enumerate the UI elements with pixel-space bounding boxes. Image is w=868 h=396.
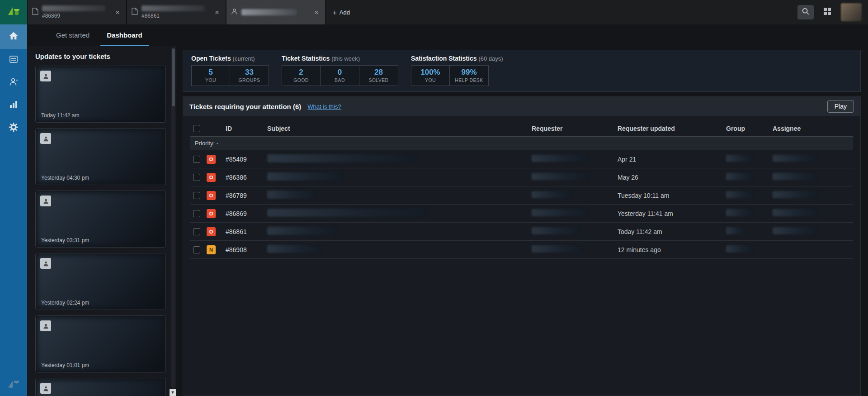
scroll-down-arrow[interactable]: ▼ (170, 389, 176, 396)
column-header-requester-updated[interactable]: Requester updated (618, 125, 726, 132)
tab-person[interactable]: × (226, 0, 326, 24)
requester-redacted (532, 227, 580, 234)
stats-group-title: Satisfaction Statistics (411, 55, 477, 62)
attention-panel: Tickets requiring your attention (6) Wha… (183, 96, 861, 396)
table-row[interactable]: O #86869 Yesterday 11:41 am (190, 205, 853, 223)
add-tab-button[interactable]: + Add (326, 0, 357, 24)
stats-group-qualifier: (60 days) (478, 55, 503, 62)
play-button[interactable]: Play (827, 100, 854, 113)
stats-group-qualifier: (current) (233, 55, 255, 62)
column-header-requester[interactable]: Requester (532, 125, 618, 132)
stats-group-ticket-statistics: Ticket Statistics (this week) 2 GOOD 0 (282, 55, 398, 86)
scrollbar-thumb[interactable] (172, 48, 175, 106)
close-icon[interactable]: × (213, 8, 221, 17)
views-icon (9, 55, 18, 66)
tab-title-redacted (142, 5, 205, 11)
column-header-group[interactable]: Group (726, 125, 773, 132)
update-card[interactable]: Yesterday 01:01 pm (35, 315, 166, 372)
row-checkbox[interactable] (193, 210, 200, 217)
close-icon[interactable]: × (312, 8, 321, 17)
row-checkbox[interactable] (193, 192, 200, 199)
assignee-redacted (773, 191, 818, 198)
tab-title-redacted (241, 9, 297, 15)
column-header-id[interactable]: ID (226, 125, 267, 132)
update-card[interactable]: Yesterday 02:24 pm (35, 253, 166, 310)
sidebar-item-customers[interactable] (0, 72, 27, 94)
redacted-content (38, 380, 164, 396)
dashboard-main: Open Tickets (current) 5 YOU 33 (176, 46, 868, 396)
row-checkbox[interactable] (193, 246, 200, 253)
app-logo[interactable] (0, 0, 27, 24)
stat-value: 100% (420, 68, 440, 77)
home-icon (9, 31, 19, 43)
requester-updated: Apr 21 (618, 156, 726, 163)
stat-box-bad[interactable]: 0 BAD (321, 65, 359, 86)
sidebar-item-admin[interactable] (0, 117, 27, 139)
apps-grid-button[interactable] (819, 5, 835, 19)
group-redacted (726, 155, 753, 162)
stat-value: 33 (245, 68, 254, 77)
sidebar-item-home[interactable] (0, 24, 27, 49)
row-checkbox[interactable] (193, 174, 200, 181)
update-card[interactable]: Yesterday 04:30 pm (35, 128, 166, 185)
status-badge: O (207, 173, 216, 182)
group-redacted (726, 191, 753, 198)
section-title: Tickets requiring your attention (6) (189, 103, 301, 110)
update-card[interactable] (35, 378, 166, 396)
ticket-id: #86869 (226, 210, 267, 217)
update-card[interactable]: Today 11:42 am (35, 66, 166, 123)
stat-box-solved[interactable]: 28 SOLVED (359, 65, 398, 86)
stats-group-open-tickets: Open Tickets (current) 5 YOU 33 (191, 55, 269, 86)
table-row[interactable]: O #86386 May 26 (190, 168, 853, 186)
attention-header: Tickets requiring your attention (6) Wha… (183, 97, 860, 116)
tab-dashboard[interactable]: Dashboard (100, 31, 148, 46)
search-button[interactable] (797, 5, 814, 19)
close-icon[interactable]: × (113, 8, 122, 17)
stat-value: 99% (461, 68, 476, 77)
select-all-checkbox[interactable] (193, 125, 200, 132)
open-tabs: #86869 × #86861 × (27, 0, 326, 24)
requester-updated: Yesterday 11:41 am (618, 210, 726, 217)
tab-ticket-86869[interactable]: #86869 × (27, 0, 127, 24)
group-redacted (726, 227, 745, 234)
stat-box-satisfaction-you[interactable]: 100% YOU (411, 65, 450, 86)
stat-box-open-groups[interactable]: 33 GROUPS (230, 65, 269, 86)
requester-updated: Tuesday 10:11 am (618, 192, 726, 199)
app-logo-icon (8, 6, 19, 19)
table-row[interactable]: O #85409 Apr 21 (190, 150, 853, 168)
subject-redacted (267, 227, 336, 235)
sidebar-item-views[interactable] (0, 49, 27, 72)
column-header-assignee[interactable]: Assignee (773, 125, 853, 132)
tab-ticket-86861[interactable]: #86861 × (127, 0, 226, 24)
stat-label: YOU (205, 77, 216, 83)
row-checkbox[interactable] (193, 156, 200, 163)
updates-title: Updates to your tickets (27, 46, 176, 65)
stat-label: GOOD (293, 77, 309, 83)
topbar-controls (797, 0, 868, 24)
avatar-icon (40, 320, 51, 331)
tab-get-started[interactable]: Get started (50, 31, 96, 46)
table-row[interactable]: O #86789 Tuesday 10:11 am (190, 186, 853, 205)
column-header-subject[interactable]: Subject (267, 125, 532, 132)
stats-group-satisfaction: Satisfaction Statistics (60 days) 100% Y… (411, 55, 503, 86)
row-checkbox[interactable] (193, 228, 200, 235)
assignee-redacted (773, 155, 818, 162)
update-card[interactable]: Yesterday 03:31 pm (35, 191, 166, 248)
stat-box-good[interactable]: 2 GOOD (282, 65, 321, 86)
what-is-this-link[interactable]: What is this? (307, 103, 341, 110)
user-avatar[interactable] (841, 3, 862, 21)
stat-box-open-you[interactable]: 5 YOU (191, 65, 230, 86)
plus-icon: + (333, 9, 337, 16)
avatar-icon (40, 133, 51, 144)
table-row[interactable]: O #86861 Today 11:42 am (190, 223, 853, 241)
stat-box-satisfaction-helpdesk[interactable]: 99% HELP DESK (450, 65, 489, 86)
tab-title-redacted (42, 5, 105, 11)
stat-label: HELP DESK (455, 77, 483, 83)
stats-group-title: Open Tickets (191, 55, 231, 62)
table-row[interactable]: N #86908 12 minutes ago (190, 241, 853, 259)
subject-redacted (267, 154, 416, 162)
sidebar-item-reporting[interactable] (0, 94, 27, 117)
status-badge: O (207, 227, 216, 236)
updates-scrollbar[interactable] (171, 47, 175, 388)
main-sidebar (0, 24, 27, 396)
